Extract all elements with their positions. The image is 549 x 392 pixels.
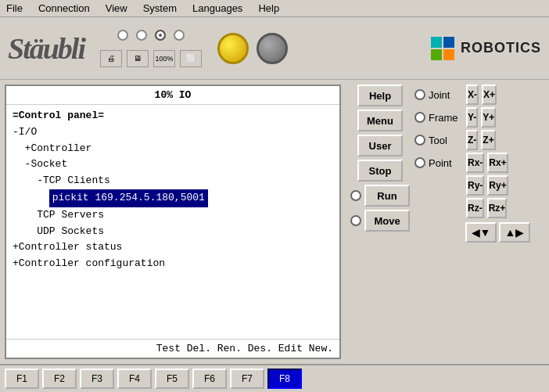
frame-label: Frame	[429, 112, 463, 124]
menu-button[interactable]: Menu	[357, 110, 403, 131]
left-panel: 10% IO =Control panel= -I/O +Controller …	[5, 85, 341, 359]
run-row: Run	[350, 185, 410, 207]
point-radio[interactable]	[414, 157, 425, 168]
radio-3[interactable]	[155, 30, 166, 41]
ry-plus[interactable]: Ry+	[487, 175, 508, 196]
radio-4[interactable]	[174, 30, 185, 41]
joint-row: Joint X- X+	[414, 85, 530, 105]
tree-line-4: -TCP Clients	[13, 173, 333, 189]
rz-minus[interactable]: Rz-	[466, 198, 484, 218]
joint-label: Joint	[429, 89, 463, 101]
tree-line-5[interactable]: pickit 169.254.5.180,5001	[13, 189, 333, 207]
y-minus[interactable]: Y-	[466, 107, 478, 128]
tool-radio[interactable]	[414, 135, 425, 146]
f4-button[interactable]: F4	[117, 369, 152, 389]
slope-down-button[interactable]: ◀▼	[465, 222, 497, 243]
icon-monitor[interactable]: 🖥	[127, 50, 149, 67]
slope-spacer	[429, 222, 463, 243]
stop-button[interactable]: Stop	[357, 160, 403, 182]
panel-content[interactable]: =Control panel= -I/O +Controller -Socket…	[6, 105, 339, 339]
run-button[interactable]: Run	[364, 185, 410, 207]
grid-area: Joint X- X+ Frame Y- Y+ Tool Z- Z+	[414, 85, 530, 243]
menu-system[interactable]: System	[140, 2, 180, 14]
logo: Stäubli	[8, 31, 84, 66]
sq-green	[431, 49, 442, 60]
brand-text: ROBOTICS	[461, 40, 541, 56]
rz-row: Rz- Rz+	[429, 198, 530, 218]
left-controls: Help Menu User Stop Run Move	[350, 85, 410, 243]
tree-line-8: +Controller status	[13, 239, 333, 256]
rx-minus[interactable]: Rx-	[466, 153, 484, 173]
panel-title: 10% IO	[6, 86, 339, 105]
x-minus[interactable]: X-	[466, 85, 479, 105]
point-label: Point	[429, 157, 463, 169]
z-minus[interactable]: Z-	[466, 130, 478, 150]
right-panel: Help Menu User Stop Run Move	[346, 80, 549, 364]
header: Stäubli 🖨 🖥 100% ⬜	[0, 17, 549, 80]
brand-squares	[431, 37, 454, 60]
tree-line-1: -I/O	[13, 124, 333, 141]
z-plus[interactable]: Z+	[481, 130, 495, 150]
ry-minus[interactable]: Ry-	[466, 175, 484, 196]
menu-view[interactable]: View	[102, 2, 131, 14]
sq-teal	[431, 37, 442, 48]
icons-row: 🖨 🖥 100% ⬜	[100, 50, 202, 67]
frame-row: Frame Y- Y+	[414, 107, 530, 128]
slope-row: ◀▼ ▲▶	[429, 222, 530, 243]
panel-footer: Test Del. Ren. Des. Edit New.	[6, 339, 339, 358]
tree-line-0: =Control panel=	[13, 108, 333, 124]
status-lights	[217, 33, 288, 64]
move-radio[interactable]	[350, 215, 361, 226]
y-plus[interactable]: Y+	[481, 107, 496, 128]
tree-line-7: UDP Sockets	[13, 224, 333, 240]
ry-row: Ry- Ry+	[429, 175, 530, 196]
joint-radio[interactable]	[414, 89, 425, 100]
control-area: Help Menu User Stop Run Move	[350, 85, 544, 243]
main-area: Stäubli 🖨 🖥 100% ⬜	[0, 17, 549, 392]
f3-button[interactable]: F3	[80, 369, 114, 389]
radio-2[interactable]	[136, 30, 147, 41]
rx-plus[interactable]: Rx+	[487, 153, 508, 173]
light-gray	[257, 33, 288, 64]
radio-group: 🖨 🖥 100% ⬜	[100, 30, 202, 67]
robotics-brand: ROBOTICS	[431, 37, 541, 60]
icon-zoom[interactable]: 100%	[153, 50, 175, 67]
selected-item[interactable]: pickit 169.254.5.180,5001	[49, 189, 208, 207]
rz-plus[interactable]: Rz+	[487, 198, 508, 218]
tree-line-9: +Controller configuration	[13, 256, 333, 272]
menu-file[interactable]: File	[3, 2, 26, 14]
user-button[interactable]: User	[357, 135, 403, 156]
radio-row	[117, 30, 185, 41]
bottom-bar: F1 F2 F3 F4 F5 F6 F7 F8	[0, 364, 549, 392]
body: 10% IO =Control panel= -I/O +Controller …	[0, 80, 549, 364]
f1-button[interactable]: F1	[5, 369, 39, 389]
move-button[interactable]: Move	[364, 210, 410, 232]
icon-screen[interactable]: ⬜	[180, 50, 202, 67]
icon-print[interactable]: 🖨	[100, 50, 122, 67]
tool-label: Tool	[429, 135, 463, 146]
sq-orange	[443, 49, 454, 60]
tree-line-3: -Socket	[13, 156, 333, 173]
slope-up-button[interactable]: ▲▶	[499, 222, 530, 243]
help-button[interactable]: Help	[357, 85, 403, 106]
move-row: Move	[350, 210, 410, 232]
tree-line-6: TCP Servers	[13, 207, 333, 224]
menu-connection[interactable]: Connection	[35, 2, 93, 14]
sq-blue	[443, 37, 454, 48]
f2-button[interactable]: F2	[42, 369, 77, 389]
menu-help[interactable]: Help	[255, 2, 282, 14]
run-radio[interactable]	[350, 190, 361, 201]
f7-button[interactable]: F7	[230, 369, 264, 389]
x-plus[interactable]: X+	[482, 85, 497, 105]
tool-row: Tool Z- Z+	[414, 130, 530, 150]
menu-bar: File Connection View System Languages He…	[0, 0, 549, 17]
f6-button[interactable]: F6	[192, 369, 227, 389]
tree-line-2: +Controller	[13, 141, 333, 157]
light-yellow	[217, 33, 249, 64]
frame-radio[interactable]	[414, 112, 425, 123]
f5-button[interactable]: F5	[155, 369, 189, 389]
point-row: Point Rx- Rx+	[414, 153, 530, 173]
radio-1[interactable]	[117, 30, 128, 41]
menu-languages[interactable]: Languages	[189, 2, 246, 14]
f8-button[interactable]: F8	[267, 369, 302, 389]
